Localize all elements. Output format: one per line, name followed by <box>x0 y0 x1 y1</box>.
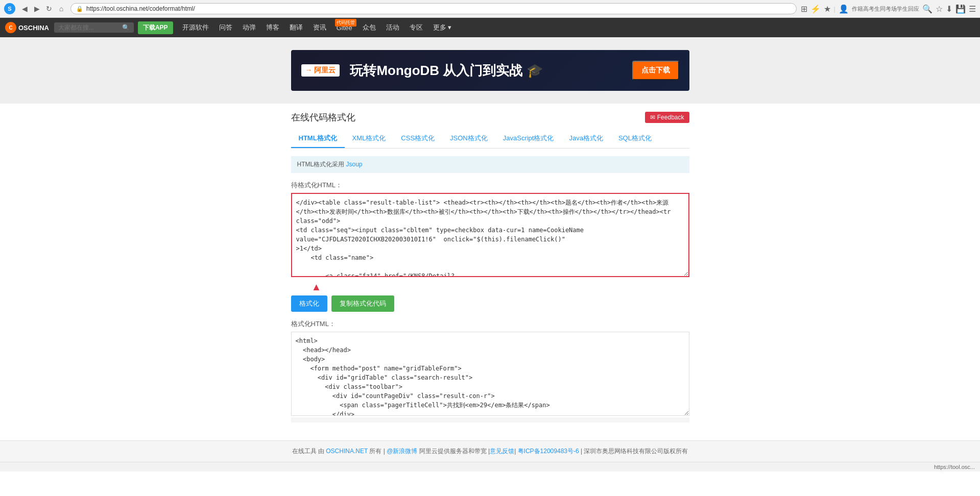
nav-dongtan[interactable]: 动弹 <box>237 18 261 37</box>
icp-number: 粤ICP备12009483号-6 <box>518 448 579 455</box>
user-label: 作籍高考生同考场学生回应 <box>852 5 919 13</box>
logo-circle: C <box>5 22 16 33</box>
nav-news[interactable]: 资讯 <box>308 18 331 37</box>
search-browser-button[interactable]: 🔍 <box>922 4 933 14</box>
nav-special[interactable]: 专区 <box>404 18 428 37</box>
tab-json[interactable]: JSON格式化 <box>442 130 495 148</box>
tab-html[interactable]: HTML格式化 <box>291 130 345 148</box>
browser-logo: S <box>4 3 15 14</box>
tab-xml[interactable]: XML格式化 <box>345 130 394 148</box>
nav-opensource[interactable]: 开源软件 <box>177 18 214 37</box>
format-button[interactable]: 格式化 <box>291 295 327 312</box>
input-label: 待格式化HTML： <box>291 181 689 190</box>
output-label: 格式化HTML： <box>291 319 689 329</box>
format-tabs: HTML格式化 XML格式化 CSS格式化 JSON格式化 JavaScript… <box>291 130 689 148</box>
horizontal-scrollbar[interactable] <box>291 417 689 423</box>
banner-download-button[interactable]: 点击下载 <box>632 61 679 80</box>
menu-button[interactable]: ☰ <box>969 4 976 14</box>
nav-qa[interactable]: 问答 <box>214 18 237 37</box>
bookmark-button[interactable]: ☆ <box>936 4 943 14</box>
nav-activities[interactable]: 活动 <box>381 18 404 37</box>
page-title: 在线代码格式化 <box>291 111 355 123</box>
star-button[interactable]: ★ <box>824 4 831 14</box>
logo-text: OSCHINA <box>18 24 49 32</box>
gitee-badge: 代码托管 <box>335 19 356 27</box>
url-text: https://tool.oschina.net/codeformat/html… <box>86 5 195 12</box>
feedback-footer-link[interactable]: 意见反馈 <box>490 448 514 455</box>
lightning-button[interactable]: ⚡ <box>810 4 821 14</box>
banner-logo: → 阿里云 <box>301 64 340 77</box>
banner-title: 玩转MongoDB 从入门到实战 🎓 <box>350 62 622 80</box>
oschina-footer-link[interactable]: OSCHINA.NET <box>326 448 368 455</box>
save-button[interactable]: 💾 <box>955 4 966 14</box>
search-input[interactable] <box>58 24 119 31</box>
output-textarea[interactable] <box>291 332 689 416</box>
nav-more[interactable]: 更多 ▾ <box>428 18 457 37</box>
nav-translate[interactable]: 翻译 <box>284 18 308 37</box>
footer: 在线工具 由 OSCHINA.NET 所有 | @新浪微博 阿里云提供服务器和带… <box>0 440 980 462</box>
download-browser-button[interactable]: ⬇ <box>946 4 952 14</box>
lock-icon: 🔒 <box>76 6 83 12</box>
nav-crowdsource[interactable]: 众包 <box>357 18 381 37</box>
tab-sql[interactable]: SQL格式化 <box>611 130 659 148</box>
address-bar[interactable]: 🔒 https://tool.oschina.net/codeformat/ht… <box>70 3 797 14</box>
arrow-indicator: ▲ <box>312 279 689 295</box>
forward-button[interactable]: ▶ <box>32 4 42 14</box>
search-submit[interactable]: 🔍 <box>122 24 130 31</box>
copy-button[interactable]: 复制格式化代码 <box>331 295 394 312</box>
extensions-button[interactable]: ⊞ <box>801 4 807 14</box>
user-button[interactable]: 👤 <box>839 4 849 14</box>
download-app-button[interactable]: 下载APP <box>138 21 173 34</box>
tab-css[interactable]: CSS格式化 <box>393 130 442 148</box>
back-button[interactable]: ◀ <box>19 4 30 14</box>
input-textarea[interactable] <box>291 193 689 277</box>
status-right: https://tool.osc... <box>934 464 975 470</box>
feedback-button[interactable]: ✉ Feedback <box>645 112 689 123</box>
nav-blog[interactable]: 博客 <box>261 18 284 37</box>
jsoup-link[interactable]: Jsoup <box>346 161 363 168</box>
weibo-link[interactable]: @新浪微博 <box>387 448 417 455</box>
info-bar: HTML格式化采用 Jsoup <box>291 156 689 173</box>
banner-ad: → 阿里云 玩转MongoDB 从入门到实战 🎓 点击下载 <box>291 50 689 91</box>
search-bar[interactable]: 🔍 <box>54 22 134 33</box>
refresh-button[interactable]: ↻ <box>44 4 54 14</box>
nav-gitee[interactable]: Gitee 代码托管 <box>331 18 357 37</box>
home-button[interactable]: ⌂ <box>56 4 66 14</box>
tab-java[interactable]: Java格式化 <box>561 130 610 148</box>
tab-javascript[interactable]: JavaScript格式化 <box>495 130 562 148</box>
oschina-logo: C OSCHINA <box>5 22 49 33</box>
